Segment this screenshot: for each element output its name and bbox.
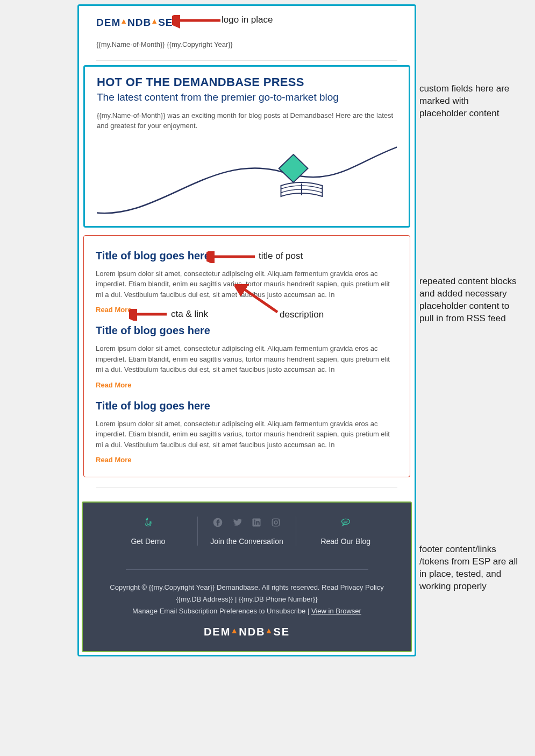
divider [96, 60, 397, 61]
logo-header: DEM▲NDB▲SE [96, 17, 173, 29]
read-more-link[interactable]: Read More [96, 381, 131, 389]
svg-point-9 [274, 521, 277, 524]
pointer-icon [142, 517, 153, 528]
post-title: Title of blog goes here [96, 400, 398, 412]
address-line: {{my.DB Address}} | {{my.DB Phone Number… [99, 594, 395, 605]
email-template-frame: DEM▲NDB▲SE {{my.Name-of-Month}} {{my.Cop… [77, 4, 416, 656]
logo-footer: DEM▲NDB▲SE [204, 626, 290, 638]
chat-icon [340, 517, 351, 528]
svg-point-10 [277, 520, 279, 521]
instagram-icon[interactable] [270, 517, 281, 528]
hero-illustration [97, 135, 397, 226]
twitter-icon[interactable] [232, 517, 242, 528]
footer-col-social: Join the Conversation [198, 517, 296, 546]
footer-label: Get Demo [131, 537, 165, 546]
post-title: Title of blog goes here [96, 250, 398, 262]
read-more-link[interactable]: Read More [96, 456, 131, 464]
email-footer: Get Demo Join the Conversation [82, 501, 412, 652]
footer-label: Join the Conversation [210, 537, 283, 546]
manage-line: Manage Email Subscription Preferences to… [99, 605, 395, 617]
view-browser-link[interactable]: View in Browser [311, 607, 361, 615]
hero-title: HOT OF THE DEMANDBASE PRESS [97, 75, 397, 89]
divider [126, 569, 368, 570]
post-block: Title of blog goes here Lorem ipsum dolo… [96, 392, 398, 468]
post-description: Lorem ipsum dolor sit amet, consectetur … [96, 269, 398, 300]
post-block: Title of blog goes here Lorem ipsum dolo… [96, 242, 398, 317]
post-description: Lorem ipsum dolor sit amet, consectetur … [96, 419, 398, 450]
footer-col-demo[interactable]: Get Demo [99, 517, 197, 546]
posts-container: Title of blog goes here Lorem ipsum dolo… [83, 235, 410, 478]
post-title: Title of blog goes here [96, 324, 398, 337]
facebook-icon[interactable] [212, 517, 223, 528]
post-description: Lorem ipsum dolor sit amet, consectetur … [96, 343, 398, 375]
post-block: Title of blog goes here Lorem ipsum dolo… [96, 317, 398, 392]
footer-col-blog[interactable]: Read Our Blog [296, 517, 395, 546]
hero-body: {{my.Name-of-Month}} was an exciting mon… [97, 111, 397, 131]
svg-marker-4 [279, 154, 308, 182]
hero-block: HOT OF THE DEMANDBASE PRESS The latest c… [83, 65, 410, 228]
annotation-footer: footer content/links /tokens from ESP ar… [419, 543, 522, 593]
hero-subtitle: The latest content from the premier go-t… [97, 91, 397, 103]
linkedin-icon[interactable] [251, 517, 262, 528]
svg-point-11 [341, 519, 349, 525]
divider [96, 487, 397, 487]
copyright-line: Copyright © {{my.Copyright Year}} Demand… [99, 582, 395, 594]
month-year-line: {{my.Name-of-Month}} {{my.Copyright Year… [96, 40, 397, 48]
read-more-link[interactable]: Read More [96, 306, 131, 314]
footer-label: Read Our Blog [320, 537, 370, 546]
annotation-repeated: repeated content blocks and added necess… [419, 275, 522, 325]
annotation-custom-fields: custom fields here are marked with place… [419, 83, 511, 120]
